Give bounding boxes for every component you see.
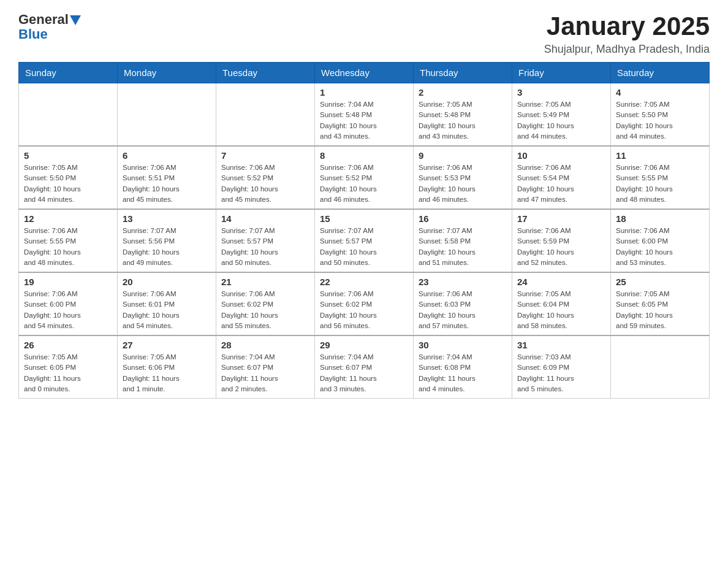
calendar-cell: 3Sunrise: 7:05 AM Sunset: 5:49 PM Daylig…	[512, 83, 611, 147]
day-info: Sunrise: 7:04 AM Sunset: 6:08 PM Dayligh…	[419, 352, 507, 394]
calendar-cell: 10Sunrise: 7:06 AM Sunset: 5:54 PM Dayli…	[512, 146, 611, 209]
day-number: 3	[517, 87, 605, 98]
day-number: 25	[616, 277, 704, 287]
calendar-cell: 15Sunrise: 7:07 AM Sunset: 5:57 PM Dayli…	[315, 209, 414, 272]
logo: General Blue	[18, 12, 81, 42]
day-number: 31	[517, 340, 605, 350]
calendar-cell: 6Sunrise: 7:06 AM Sunset: 5:51 PM Daylig…	[118, 146, 216, 209]
day-number: 11	[616, 150, 704, 161]
day-number: 6	[123, 150, 211, 161]
col-header-friday: Friday	[512, 63, 611, 83]
day-number: 20	[123, 277, 211, 287]
day-info: Sunrise: 7:05 AM Sunset: 5:48 PM Dayligh…	[419, 99, 507, 142]
calendar-cell: 14Sunrise: 7:07 AM Sunset: 5:57 PM Dayli…	[216, 209, 315, 272]
calendar-cell: 27Sunrise: 7:05 AM Sunset: 6:06 PM Dayli…	[118, 335, 216, 399]
day-number: 4	[616, 87, 704, 98]
page-subtitle: Shujalpur, Madhya Pradesh, India	[544, 43, 710, 56]
calendar-cell: 21Sunrise: 7:06 AM Sunset: 6:02 PM Dayli…	[216, 272, 315, 335]
day-number: 23	[419, 277, 507, 287]
calendar-cell: 23Sunrise: 7:06 AM Sunset: 6:03 PM Dayli…	[414, 272, 512, 335]
calendar-week-5: 26Sunrise: 7:05 AM Sunset: 6:05 PM Dayli…	[19, 335, 710, 399]
calendar-cell	[19, 83, 118, 147]
col-header-saturday: Saturday	[611, 63, 710, 83]
day-info: Sunrise: 7:07 AM Sunset: 5:57 PM Dayligh…	[320, 226, 408, 268]
day-info: Sunrise: 7:06 AM Sunset: 5:55 PM Dayligh…	[24, 226, 112, 268]
calendar-cell: 7Sunrise: 7:06 AM Sunset: 5:52 PM Daylig…	[216, 146, 315, 209]
calendar-cell: 9Sunrise: 7:06 AM Sunset: 5:53 PM Daylig…	[414, 146, 512, 209]
day-number: 21	[221, 277, 309, 287]
day-info: Sunrise: 7:07 AM Sunset: 5:58 PM Dayligh…	[419, 226, 507, 268]
day-number: 26	[24, 340, 112, 350]
day-number: 2	[419, 87, 507, 98]
calendar-cell: 4Sunrise: 7:05 AM Sunset: 5:50 PM Daylig…	[611, 83, 710, 147]
day-number: 22	[320, 277, 408, 287]
col-header-wednesday: Wednesday	[315, 63, 414, 83]
day-number: 12	[24, 213, 112, 224]
calendar-cell: 30Sunrise: 7:04 AM Sunset: 6:08 PM Dayli…	[414, 335, 512, 399]
calendar-cell: 8Sunrise: 7:06 AM Sunset: 5:52 PM Daylig…	[315, 146, 414, 209]
day-number: 8	[320, 150, 408, 161]
calendar-cell: 16Sunrise: 7:07 AM Sunset: 5:58 PM Dayli…	[414, 209, 512, 272]
svg-marker-0	[70, 15, 81, 25]
calendar-cell: 19Sunrise: 7:06 AM Sunset: 6:00 PM Dayli…	[19, 272, 118, 335]
day-info: Sunrise: 7:06 AM Sunset: 6:00 PM Dayligh…	[616, 226, 704, 268]
day-info: Sunrise: 7:03 AM Sunset: 6:09 PM Dayligh…	[517, 352, 605, 394]
calendar-week-4: 19Sunrise: 7:06 AM Sunset: 6:00 PM Dayli…	[19, 272, 710, 335]
day-number: 14	[221, 213, 309, 224]
day-number: 28	[221, 340, 309, 350]
calendar-cell	[611, 335, 710, 399]
calendar-cell: 26Sunrise: 7:05 AM Sunset: 6:05 PM Dayli…	[19, 335, 118, 399]
calendar-cell: 25Sunrise: 7:05 AM Sunset: 6:05 PM Dayli…	[611, 272, 710, 335]
day-info: Sunrise: 7:06 AM Sunset: 5:51 PM Dayligh…	[123, 163, 211, 205]
day-number: 27	[123, 340, 211, 350]
calendar-week-1: 1Sunrise: 7:04 AM Sunset: 5:48 PM Daylig…	[19, 83, 710, 147]
day-number: 29	[320, 340, 408, 350]
calendar-cell: 13Sunrise: 7:07 AM Sunset: 5:56 PM Dayli…	[118, 209, 216, 272]
logo-triangle-icon	[70, 15, 81, 25]
day-info: Sunrise: 7:05 AM Sunset: 5:50 PM Dayligh…	[616, 99, 704, 142]
day-info: Sunrise: 7:04 AM Sunset: 6:07 PM Dayligh…	[320, 352, 408, 394]
day-info: Sunrise: 7:06 AM Sunset: 6:01 PM Dayligh…	[123, 289, 211, 331]
day-info: Sunrise: 7:05 AM Sunset: 5:50 PM Dayligh…	[24, 163, 112, 205]
day-info: Sunrise: 7:06 AM Sunset: 5:55 PM Dayligh…	[616, 163, 704, 205]
calendar-cell: 1Sunrise: 7:04 AM Sunset: 5:48 PM Daylig…	[315, 83, 414, 147]
calendar-table: SundayMondayTuesdayWednesdayThursdayFrid…	[18, 62, 710, 399]
calendar-cell: 24Sunrise: 7:05 AM Sunset: 6:04 PM Dayli…	[512, 272, 611, 335]
calendar-week-3: 12Sunrise: 7:06 AM Sunset: 5:55 PM Dayli…	[19, 209, 710, 272]
col-header-monday: Monday	[118, 63, 216, 83]
calendar-cell: 12Sunrise: 7:06 AM Sunset: 5:55 PM Dayli…	[19, 209, 118, 272]
calendar-cell: 17Sunrise: 7:06 AM Sunset: 5:59 PM Dayli…	[512, 209, 611, 272]
calendar-cell	[118, 83, 216, 147]
day-info: Sunrise: 7:06 AM Sunset: 6:02 PM Dayligh…	[221, 289, 309, 331]
calendar-cell: 22Sunrise: 7:06 AM Sunset: 6:02 PM Dayli…	[315, 272, 414, 335]
calendar-week-2: 5Sunrise: 7:05 AM Sunset: 5:50 PM Daylig…	[19, 146, 710, 209]
col-header-sunday: Sunday	[19, 63, 118, 83]
calendar-cell: 11Sunrise: 7:06 AM Sunset: 5:55 PM Dayli…	[611, 146, 710, 209]
calendar-cell: 18Sunrise: 7:06 AM Sunset: 6:00 PM Dayli…	[611, 209, 710, 272]
day-info: Sunrise: 7:05 AM Sunset: 5:49 PM Dayligh…	[517, 99, 605, 142]
day-info: Sunrise: 7:06 AM Sunset: 6:03 PM Dayligh…	[419, 289, 507, 331]
day-number: 30	[419, 340, 507, 350]
day-number: 16	[419, 213, 507, 224]
calendar-header-row: SundayMondayTuesdayWednesdayThursdayFrid…	[19, 63, 710, 83]
col-header-thursday: Thursday	[414, 63, 512, 83]
page-title: January 2025	[544, 12, 710, 40]
col-header-tuesday: Tuesday	[216, 63, 315, 83]
day-info: Sunrise: 7:06 AM Sunset: 6:02 PM Dayligh…	[320, 289, 408, 331]
day-info: Sunrise: 7:06 AM Sunset: 5:52 PM Dayligh…	[320, 163, 408, 205]
logo-blue-text: Blue	[18, 26, 48, 42]
calendar-cell: 2Sunrise: 7:05 AM Sunset: 5:48 PM Daylig…	[414, 83, 512, 147]
day-info: Sunrise: 7:05 AM Sunset: 6:04 PM Dayligh…	[517, 289, 605, 331]
day-number: 19	[24, 277, 112, 287]
day-info: Sunrise: 7:06 AM Sunset: 5:53 PM Dayligh…	[419, 163, 507, 205]
day-number: 17	[517, 213, 605, 224]
calendar-cell: 20Sunrise: 7:06 AM Sunset: 6:01 PM Dayli…	[118, 272, 216, 335]
day-info: Sunrise: 7:04 AM Sunset: 5:48 PM Dayligh…	[320, 99, 408, 142]
day-info: Sunrise: 7:07 AM Sunset: 5:57 PM Dayligh…	[221, 226, 309, 268]
day-number: 5	[24, 150, 112, 161]
day-number: 1	[320, 87, 408, 98]
calendar-cell: 29Sunrise: 7:04 AM Sunset: 6:07 PM Dayli…	[315, 335, 414, 399]
day-info: Sunrise: 7:06 AM Sunset: 5:52 PM Dayligh…	[221, 163, 309, 205]
day-info: Sunrise: 7:06 AM Sunset: 5:59 PM Dayligh…	[517, 226, 605, 268]
logo-general-text: General	[18, 12, 69, 27]
